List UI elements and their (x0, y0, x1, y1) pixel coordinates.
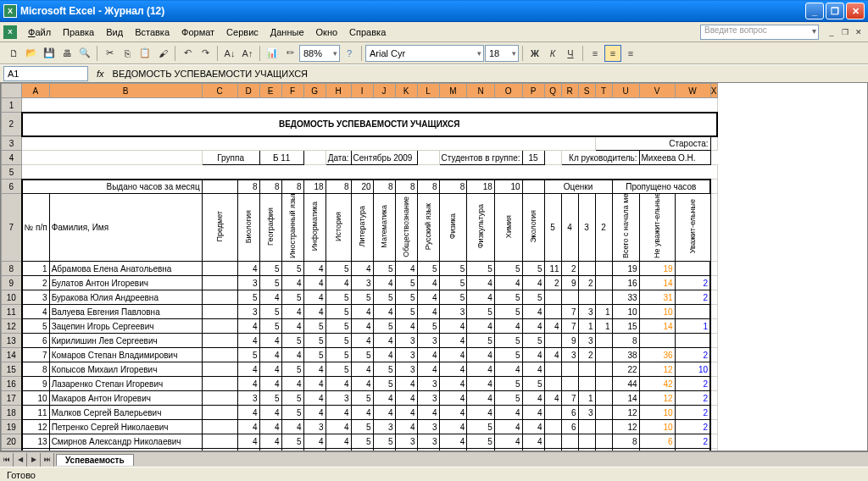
menu-format[interactable]: Формат (175, 25, 220, 39)
italic-button[interactable]: К (544, 45, 561, 62)
excel-icon: X (3, 4, 17, 18)
undo-button[interactable]: ↶ (179, 45, 196, 62)
bold-button[interactable]: Ж (526, 45, 543, 62)
redo-button[interactable]: ↷ (197, 45, 214, 62)
chart-button[interactable]: 📊 (264, 45, 281, 62)
copy-button[interactable]: ⎘ (119, 45, 136, 62)
doc-close-button[interactable]: ✕ (853, 26, 865, 38)
underline-button[interactable]: Ч (562, 45, 579, 62)
menu-window[interactable]: Окно (310, 25, 344, 39)
tab-next-button[interactable]: ▶ (27, 453, 41, 467)
drawing-button[interactable]: ✏ (281, 45, 298, 62)
preview-button[interactable]: 🔍 (76, 45, 93, 62)
sort-desc-button[interactable]: A↑ (239, 45, 256, 62)
menu-file[interactable]: Файл (22, 25, 57, 39)
align-left-button[interactable]: ≡ (587, 45, 604, 62)
minimize-button[interactable]: _ (805, 3, 824, 19)
save-button[interactable]: 💾 (41, 45, 58, 62)
tab-last-button[interactable]: ⏭ (41, 453, 54, 467)
menu-insert[interactable]: Вставка (129, 25, 175, 39)
menubar: X Файл Правка Вид Вставка Формат Сервис … (0, 22, 868, 42)
window-title: Microsoft Excel - Журнал (12) (20, 5, 805, 17)
ask-question-box[interactable]: Введите вопрос (700, 25, 819, 40)
cut-button[interactable]: ✂ (101, 45, 118, 62)
new-button[interactable]: 🗋 (5, 45, 22, 62)
formula-input[interactable]: ВЕДОМОСТЬ УСПЕВАЕМОСТИ УЧАЩИХСЯ (109, 69, 868, 79)
doc-restore-button[interactable]: ❐ (839, 26, 851, 38)
formula-bar: A1 fx ВЕДОМОСТЬ УСПЕВАЕМОСТИ УЧАЩИХСЯ (0, 64, 868, 82)
help-button[interactable]: ? (341, 45, 358, 62)
tab-first-button[interactable]: ⏮ (0, 453, 14, 467)
font-combo[interactable]: Arial Cyr (365, 45, 484, 62)
menu-data[interactable]: Данные (264, 25, 310, 39)
open-button[interactable]: 📂 (23, 45, 40, 62)
menu-view[interactable]: Вид (100, 25, 129, 39)
fontsize-combo[interactable]: 18 (485, 45, 519, 62)
zoom-combo[interactable]: 88% (299, 45, 340, 62)
toolbar: 🗋 📂 💾 🖶 🔍 ✂ ⎘ 📋 🖌 ↶ ↷ A↓ A↑ 📊 ✏ 88% ? Ar… (0, 42, 868, 64)
menu-tools[interactable]: Сервис (220, 25, 264, 39)
worksheet[interactable]: ABCDEFGHIJKLMNOPQRSTUVWX12ВЕДОМОСТЬ УСПЕ… (0, 82, 868, 451)
name-box[interactable]: A1 (3, 66, 88, 81)
format-painter-button[interactable]: 🖌 (154, 45, 171, 62)
status-bar: Готово (0, 467, 868, 481)
sort-asc-button[interactable]: A↓ (221, 45, 238, 62)
align-right-button[interactable]: ≡ (622, 45, 639, 62)
close-button[interactable]: ✕ (846, 3, 865, 19)
align-center-button[interactable]: ≡ (604, 45, 621, 62)
sheet-tab[interactable]: Успеваемость (56, 454, 134, 466)
app-icon[interactable]: X (3, 25, 17, 39)
print-button[interactable]: 🖶 (58, 45, 75, 62)
menu-help[interactable]: Справка (343, 25, 392, 39)
sheet-tabs: ⏮ ◀ ▶ ⏭ Успеваемость (0, 451, 868, 467)
tab-prev-button[interactable]: ◀ (14, 453, 27, 467)
maximize-button[interactable]: ❐ (826, 3, 844, 19)
doc-minimize-button[interactable]: _ (826, 26, 837, 38)
fx-icon[interactable]: fx (97, 69, 104, 79)
paste-button[interactable]: 📋 (136, 45, 153, 62)
menu-edit[interactable]: Правка (57, 25, 100, 39)
titlebar: X Microsoft Excel - Журнал (12) _ ❐ ✕ (0, 0, 868, 22)
